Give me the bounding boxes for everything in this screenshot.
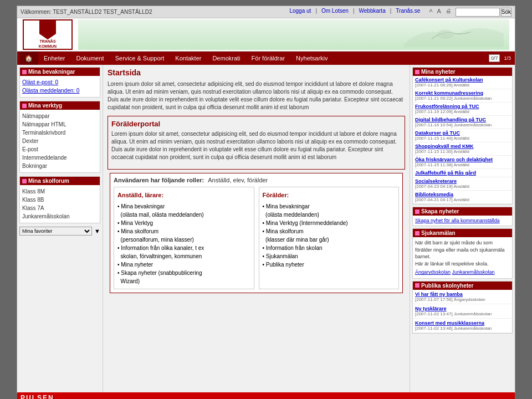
role-foraldrar-items: • Mina bevakningar (olästa meddelanden) … — [263, 202, 396, 269]
top-bar-right: Logga ut | Om Lotsen | Webbkarta | Tranå… — [289, 8, 511, 17]
roles-title: Användaren har följande roller: Anställd… — [114, 177, 399, 183]
news-title[interactable]: Korrekt kommunadressering — [415, 90, 510, 96]
verktyg-bokningar[interactable]: Bokningar — [22, 162, 98, 170]
verktyg-natmappar-html[interactable]: Nätmappar HTML — [22, 120, 98, 129]
nav-nyhetsarkiv[interactable]: Nyhetsarkiv — [290, 52, 333, 65]
skapa-nyheter-section: Skapa nyheter Skapa nyhet för alla kommu… — [412, 207, 513, 226]
nav-dokument[interactable]: Dokument — [71, 52, 110, 65]
sjukanmalan-header: Sjukanmälan — [413, 229, 512, 237]
search-input[interactable] — [456, 8, 500, 17]
news-title[interactable]: Frukostföreläsning på TUC — [415, 104, 510, 109]
pink-square-icon2 — [22, 104, 27, 108]
nav-service[interactable]: Service & Support — [110, 52, 170, 65]
pagination-active: 1/3 — [502, 55, 513, 62]
shield-icon — [39, 21, 56, 39]
welcome-text: Välkommen: TEST_ANSTÄLLD2 TEST_ANSTÄLLD2 — [21, 9, 152, 15]
skolforum-klass8m[interactable]: Klass 8M — [22, 187, 98, 196]
pink-sq-icon6 — [415, 231, 420, 236]
news-title[interactable]: Socialsekreterare — [415, 178, 510, 184]
right-sidebar: Mina nyheter Cafékonsert på Kulturskolan… — [410, 65, 515, 392]
sjuk-school-angaryd[interactable]: Ängarydsskolan — [415, 269, 451, 275]
bevakningar-header: Mina bevakningar — [20, 68, 100, 76]
nav-right: 0/7 1/3 — [489, 54, 513, 62]
news-item: Julkaffebuffé på Rås gård — [413, 169, 512, 177]
list-item: • Publika nyheter — [263, 260, 396, 269]
news-title[interactable]: Julkaffebuffé på Rås gård — [415, 170, 510, 176]
news-item: Korrekt kommunadressering [2007-11-21 09… — [413, 89, 512, 103]
news-title[interactable]: Datakurser på TUC — [415, 130, 510, 136]
list-item: • Information från skolan — [263, 244, 396, 252]
startsida-title: Startsida — [108, 68, 405, 77]
skolforum-junkare[interactable]: Junkaremålsskolan — [22, 212, 98, 221]
verktyg-body: Nätmappar Nätmappar HTML Terminalskrivbo… — [20, 110, 100, 172]
svg-point-0 — [437, 30, 454, 39]
publika-item: Konsert med musikklasserna [2007-11-02 1… — [413, 319, 512, 333]
webbkarta-link[interactable]: Webbkarta — [359, 8, 386, 17]
news-title[interactable]: Cafékonsert på Kulturskolan — [415, 77, 510, 83]
news-item: Frukostföreläsning på TUC [2007-11-19 12… — [413, 103, 512, 116]
list-item: • Mina nyheter — [117, 260, 250, 269]
roles-grid: Anställd, lärare: • Mina bevakningar (ol… — [114, 187, 399, 289]
center-content: Startsida Lorem ipsum dolor sit amet, co… — [103, 65, 410, 392]
publika-title[interactable]: Konsert med musikklasserna — [415, 320, 510, 326]
bevakningar-section: Mina bevakningar Oläst e-post: 0 Olästa … — [19, 67, 100, 98]
publika-item: Ny tysklärare [2007-11-02 13:47] Junkare… — [413, 304, 512, 319]
role-anstalld-title: Anställd, lärare: — [117, 191, 250, 200]
nav-kontakter[interactable]: Kontakter — [170, 52, 207, 65]
tranas-link[interactable]: Tranås.se — [396, 8, 420, 17]
role-anstalld-box: Anställd, lärare: • Mina bevakningar (ol… — [114, 187, 254, 289]
skolforum-header: Mina skolforum — [20, 177, 100, 185]
nav-enheter[interactable]: Enheter — [38, 52, 71, 65]
list-item: • Mina bevakningar (olästa mail, olästa … — [117, 202, 250, 219]
print-icon[interactable]: 🖨 — [446, 8, 451, 17]
mina-nyheter-header: Mina nyheter — [413, 68, 512, 76]
olasta-epost-link[interactable]: Oläst e-post: 0 — [22, 78, 98, 86]
sjuk-school-junkare[interactable]: Junkaremålsskolan — [452, 269, 495, 275]
sjukanmalan-body: När ditt barn är sjukt måste du som förä… — [413, 237, 512, 278]
publika-title[interactable]: Vi har fått ny bamba — [415, 291, 510, 297]
news-title[interactable]: Öka frisknärvaro och delaktighet — [415, 157, 510, 162]
news-title[interactable]: Digital bildbehandling på TUC — [415, 117, 510, 122]
logo-text: TRANÅS KOMMUN — [39, 39, 57, 49]
news-meta: [2007-11-21 08:26] Anställd — [415, 83, 510, 88]
verktyg-epost[interactable]: E-post — [22, 145, 98, 154]
favorites-select[interactable]: Mina favoriter — [19, 227, 92, 236]
nav-home[interactable]: 🏠 — [19, 52, 38, 65]
skapa-nyheter-link[interactable]: Skapa nyhet för alla kommunanställda — [415, 218, 500, 223]
favorites-dropdown-icon[interactable]: ▼ — [94, 228, 100, 234]
role-foraldrar-title: Förälder: — [263, 191, 396, 200]
favorites-bar: Mina favoriter ▼ — [19, 227, 100, 236]
font-medium[interactable]: A — [437, 8, 441, 17]
skapa-nyheter-body: Skapa nyhet för alla kommunanställda — [413, 216, 512, 226]
search-area: Sök — [456, 8, 511, 17]
logout-link[interactable]: Logga ut — [289, 8, 311, 17]
news-title[interactable]: Shoppingkväll med KMK — [415, 144, 510, 149]
search-button[interactable]: Sök — [501, 8, 511, 17]
verktyg-natmappar[interactable]: Nätmappar — [22, 112, 98, 120]
publika-meta: [2007-11-07 17:56] Ängarydsskolan — [415, 297, 510, 302]
font-small[interactable]: A — [429, 8, 432, 17]
list-item: • Mina Verktyg — [117, 219, 250, 227]
nav-demokrati[interactable]: Demokrati — [207, 52, 245, 65]
olasta-meddelanden-link[interactable]: Olästa meddelanden: 0 — [22, 86, 98, 95]
publika-title[interactable]: Ny tysklärare — [415, 306, 510, 311]
nav-foraldrar[interactable]: För föräldrar — [246, 52, 291, 65]
verktyg-dexter[interactable]: Dexter — [22, 137, 98, 145]
news-item: Biblioteksmedia [2007-04-21 04:17] Anstä… — [413, 191, 512, 204]
footer-logo: PULSEN — [21, 394, 54, 399]
logo-banner — [78, 19, 509, 50]
pink-sq-icon5 — [415, 209, 420, 214]
list-item: • Mina Verktyg (Internmeddelande) — [263, 219, 396, 227]
om-lotsen-link[interactable]: Om Lotsen — [321, 8, 349, 17]
skolforum-klass8b[interactable]: Klass 8B — [22, 196, 98, 204]
verktyg-terminal[interactable]: Terminalskrivbord — [22, 129, 98, 137]
publika-meta: [2007-11-02 13:46] Junkaremålsskolan — [415, 326, 510, 331]
news-title[interactable]: Biblioteksmedia — [415, 192, 510, 197]
news-item: Digital bildbehandling på TUC [2007-11-1… — [413, 116, 512, 129]
list-item: • Mina bevakningar (olästa meddelanden) — [263, 202, 396, 219]
publika-meta: [2007-11-02 13:47] Junkaremålsskolan — [415, 311, 510, 316]
pink-square-icon3 — [22, 179, 27, 183]
verktyg-internmeddelande[interactable]: Internmeddelande — [22, 154, 98, 162]
sjukanmalan-text: När ditt barn är sjukt måste du som förä… — [415, 239, 510, 267]
skolforum-klass7a[interactable]: Klass 7A — [22, 204, 98, 212]
